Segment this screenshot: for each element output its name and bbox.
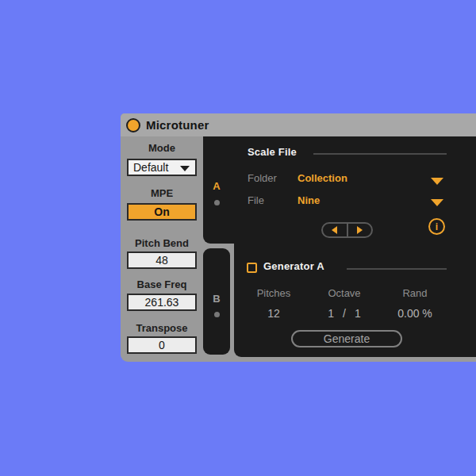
scale-panel: Scale File Folder Collection File Nine i <box>234 136 476 357</box>
mode-dropdown[interactable]: Default <box>127 159 197 176</box>
transpose-field[interactable]: 0 <box>127 336 197 354</box>
pitch-bend-label: Pitch Bend <box>121 237 203 249</box>
arrow-right-icon <box>357 226 363 234</box>
file-dropdown-caret-icon[interactable] <box>431 199 443 206</box>
mpe-label: MPE <box>121 187 203 199</box>
pitches-value[interactable]: 12 <box>240 307 307 320</box>
pitches-param: Pitches 12 <box>240 287 307 320</box>
octave-separator: / <box>343 307 346 320</box>
octave-denominator-value[interactable]: 1 <box>355 307 361 320</box>
file-prev-next-control <box>321 222 373 238</box>
base-freq-value: 261.63 <box>145 296 179 309</box>
file-label: File <box>248 194 264 206</box>
device-activator-icon[interactable] <box>126 118 140 132</box>
generate-button[interactable]: Generate <box>291 330 402 347</box>
octave-param: Octave 1 / 1 <box>311 287 378 320</box>
pitch-bend-value: 48 <box>155 254 168 267</box>
desktop-background: Microtuner Mode Default MPE On Pitch Ben… <box>0 0 476 476</box>
microtuner-device: Microtuner Mode Default MPE On Pitch Ben… <box>121 113 476 362</box>
folder-label: Folder <box>248 172 277 184</box>
octave-label: Octave <box>311 287 378 299</box>
mpe-toggle-value: On <box>154 205 169 218</box>
base-freq-label: Base Freq <box>121 278 203 290</box>
info-glyph: i <box>436 221 438 232</box>
generator-a-checkbox[interactable] <box>247 263 257 273</box>
file-dropdown-value[interactable]: Nine <box>298 194 320 206</box>
previous-file-button[interactable] <box>323 224 347 236</box>
scale-file-header: Scale File <box>248 146 297 158</box>
next-file-button[interactable] <box>347 224 372 236</box>
info-icon[interactable]: i <box>428 218 445 235</box>
generator-a-divider <box>347 268 447 270</box>
folder-dropdown-value[interactable]: Collection <box>298 172 347 184</box>
tab-b-indicator-dot <box>214 312 220 317</box>
pitches-label: Pitches <box>240 287 307 299</box>
mode-dropdown-value: Default <box>133 161 168 174</box>
rand-value[interactable]: 0.00 % <box>382 307 448 320</box>
octave-numerator-value[interactable]: 1 <box>328 307 334 320</box>
scale-file-divider <box>313 153 447 155</box>
device-title-bar: Microtuner <box>121 113 476 136</box>
tab-a-indicator-dot <box>214 200 220 205</box>
tab-scale-b[interactable]: B <box>203 248 230 355</box>
mpe-toggle-button[interactable]: On <box>127 203 197 221</box>
base-freq-field[interactable]: 261.63 <box>127 294 197 311</box>
tab-a-label: A <box>203 180 230 192</box>
transpose-value: 0 <box>159 339 165 351</box>
transpose-label: Transpose <box>121 322 203 334</box>
pitch-bend-field[interactable]: 48 <box>127 251 197 269</box>
mode-label: Mode <box>121 142 203 154</box>
folder-dropdown-caret-icon[interactable] <box>431 178 443 185</box>
rand-param: Rand 0.00 % <box>382 287 448 320</box>
arrow-left-icon <box>332 226 337 234</box>
generator-a-header: Generator A <box>263 260 324 272</box>
tab-b-label: B <box>203 293 230 305</box>
device-title: Microtuner <box>146 118 209 132</box>
generate-button-label: Generate <box>324 332 370 345</box>
chevron-down-icon <box>180 166 190 171</box>
rand-label: Rand <box>382 287 448 299</box>
